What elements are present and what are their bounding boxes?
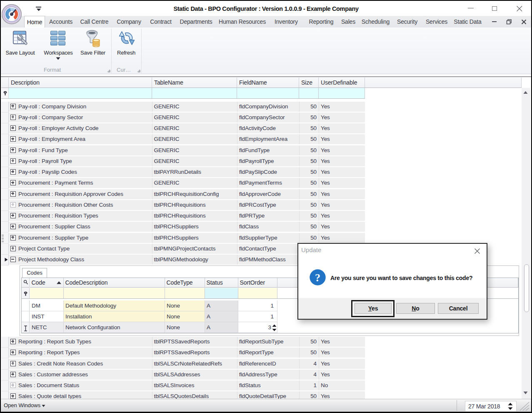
svg-text:?: ? <box>315 272 320 284</box>
